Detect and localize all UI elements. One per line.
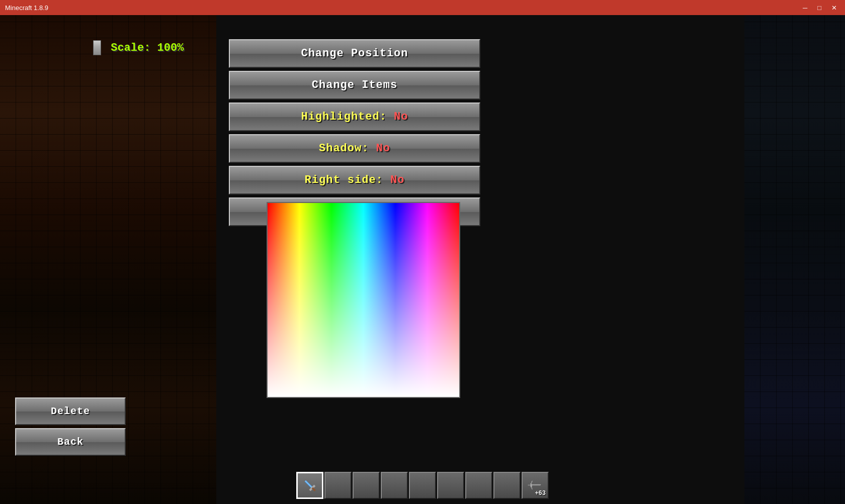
shadow-button[interactable]: Shadow: No [229, 134, 480, 163]
menu-container: Change Position Change Items Highlighted… [229, 39, 480, 229]
back-button[interactable]: Back [15, 428, 126, 456]
color-gradient[interactable] [268, 203, 459, 397]
hotbar-slot-4[interactable] [381, 472, 408, 499]
highlighted-value: No [394, 111, 408, 123]
titlebar-controls: ─ □ ✕ [800, 4, 840, 12]
bottom-buttons: Delete Back [15, 397, 126, 459]
sword-icon [299, 475, 320, 496]
delete-button[interactable]: Delete [15, 397, 126, 425]
close-button[interactable]: ✕ [828, 4, 840, 12]
hotbar-slot-3[interactable] [353, 472, 380, 499]
terrain-right [744, 15, 845, 504]
change-position-button[interactable]: Change Position [229, 39, 480, 68]
change-position-label: Change Position [301, 47, 408, 60]
game-background: Scale: 100% Change Position Change Items… [0, 15, 845, 504]
hotbar-slot-6[interactable] [437, 472, 464, 499]
color-palette[interactable] [267, 202, 460, 398]
hotbar-count-9: +63 [535, 490, 546, 497]
right-side-value: No [390, 174, 404, 186]
scale-icon [93, 40, 101, 55]
hotbar-slot-2[interactable] [324, 472, 352, 499]
hotbar-slot-1[interactable] [296, 472, 323, 499]
hotbar-slot-7[interactable] [465, 472, 492, 499]
delete-label: Delete [51, 406, 90, 417]
titlebar-title: Minecraft 1.8.9 [5, 4, 48, 12]
back-label: Back [57, 436, 83, 448]
hotbar-slot-5[interactable] [409, 472, 436, 499]
hotbar-slot-9[interactable]: ⛏ +63 [522, 472, 549, 499]
change-items-label: Change Items [312, 79, 397, 91]
highlighted-button[interactable]: Highlighted: No [229, 103, 480, 131]
right-side-button[interactable]: Right side: No [229, 166, 480, 194]
shadow-label: Shadow: [319, 142, 376, 155]
maximize-button[interactable]: □ [814, 4, 824, 12]
shadow-value: No [376, 142, 390, 155]
hotbar: ⛏ +63 [296, 472, 549, 499]
sword-handle [312, 487, 316, 491]
titlebar: Minecraft 1.8.9 ─ □ ✕ [0, 0, 845, 15]
scale-label: Scale: 100% [93, 40, 184, 55]
highlighted-label: Highlighted: [301, 111, 394, 123]
right-side-label: Right side: [305, 174, 390, 186]
scale-value: Scale: 100% [111, 42, 184, 54]
minimize-button[interactable]: ─ [800, 4, 810, 12]
change-items-button[interactable]: Change Items [229, 71, 480, 99]
hotbar-slot-8[interactable] [493, 472, 521, 499]
